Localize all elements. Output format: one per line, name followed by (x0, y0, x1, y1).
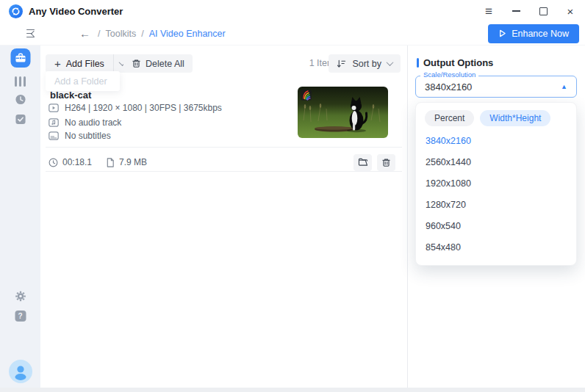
breadcrumb: / Toolkits / AI Video Enhancer (98, 29, 226, 39)
task-check-icon (15, 114, 26, 125)
output-options-panel: Output Options Scale/Resolution 3840x216… (407, 46, 585, 388)
sort-by-button[interactable]: Sort by (329, 54, 401, 73)
sort-by-label: Sort by (352, 59, 381, 69)
resolution-option[interactable]: 1920x1080 (416, 173, 576, 195)
file-size: 7.9 MB (119, 157, 147, 167)
output-options-header: Output Options (417, 57, 493, 68)
question-mark-icon: ? (18, 312, 22, 320)
add-files-dropdown-menu: Add a Folder (46, 71, 120, 91)
resolution-option[interactable]: 854x480 (416, 237, 576, 258)
sidebar-item-settings[interactable] (15, 291, 26, 302)
minimize-icon[interactable] (510, 5, 522, 17)
scale-mode-tab[interactable]: Percent (425, 110, 474, 126)
enhance-now-button[interactable]: Enhance Now (488, 24, 579, 43)
file-icon (106, 158, 115, 167)
subtitle-info: No subtitles (65, 131, 111, 141)
clock-icon (49, 158, 58, 167)
open-folder-button[interactable] (353, 154, 372, 171)
sidebar-item-toolbox[interactable] (10, 48, 30, 68)
scale-mode-tab[interactable]: Width*Height (480, 110, 550, 126)
resolution-option[interactable]: 960x540 (416, 216, 576, 237)
caret-up-icon: ▲ (561, 83, 567, 90)
ai-enhance-badge-icon (301, 90, 312, 101)
delete-all-label: Delete All (146, 59, 184, 69)
breadcrumb-current: AI Video Enhancer (149, 29, 226, 39)
resolution-option[interactable]: 640x360 (416, 258, 576, 266)
window-bottom-edge (0, 388, 585, 392)
video-info-row: H264 | 1920 × 1080 | 30FPS | 3675kbps (49, 103, 222, 113)
trash-icon (132, 59, 141, 68)
delete-file-button[interactable] (377, 154, 395, 171)
output-options-title: Output Options (423, 57, 493, 68)
audio-track-icon (49, 118, 59, 127)
app-logo-icon (9, 4, 23, 18)
user-avatar[interactable] (9, 360, 32, 383)
folder-icon (358, 158, 368, 167)
size-info: 7.9 MB (106, 157, 147, 167)
add-files-button-group: + Add Files (46, 54, 132, 73)
file-name: black-cat (50, 90, 91, 101)
cat-thumbnail-image (298, 87, 388, 138)
breadcrumb-toolkits[interactable]: Toolkits (105, 29, 136, 39)
resolution-dropdown: PercentWidth*Height 3840x21602560x144019… (415, 102, 577, 266)
app-window: Any Video Converter ≡ × ← / Toolkits / A… (0, 0, 585, 392)
sidebar-item-queue[interactable] (15, 76, 26, 87)
app-title: Any Video Converter (29, 6, 123, 17)
clock-icon (15, 94, 26, 105)
scale-resolution-label: Scale/Resolution (420, 70, 478, 79)
video-track-icon (49, 104, 59, 112)
close-icon[interactable]: × (564, 5, 576, 17)
file-footer-row: 00:18.1 7.9 MB (49, 153, 395, 172)
resolution-option[interactable]: 3840x2160 (416, 131, 576, 152)
duration-info: 00:18.1 (49, 157, 92, 167)
sub-header: ← / Toolkits / AI Video Enhancer Enhance… (0, 22, 585, 46)
sort-icon (337, 59, 346, 68)
scale-resolution-select[interactable]: 3840x2160 ▲ (415, 76, 577, 98)
sidebar: ? (0, 46, 40, 388)
trash-icon (381, 158, 391, 167)
collapse-sidebar-icon[interactable] (24, 29, 36, 39)
add-files-button[interactable]: + Add Files (46, 54, 113, 73)
add-folder-menu-item[interactable]: Add a Folder (54, 76, 107, 87)
add-files-label: Add Files (66, 59, 104, 69)
chevron-down-icon (387, 59, 394, 66)
play-icon (498, 29, 506, 37)
sidebar-item-help[interactable]: ? (15, 311, 26, 322)
subtitle-track-icon (49, 131, 59, 140)
delete-all-button[interactable]: Delete All (123, 54, 193, 73)
resolution-list: 3840x21602560x14401920x10801280x720960x5… (416, 131, 576, 266)
breadcrumb-separator: / (141, 29, 143, 39)
video-thumbnail[interactable] (298, 87, 388, 138)
sidebar-item-history[interactable] (15, 94, 26, 105)
main-panel: + Add Files Delete All 1 Item(s) (40, 46, 407, 388)
toolbox-icon (15, 53, 26, 63)
window-controls: ≡ × (483, 5, 576, 17)
subtitle-info-row: No subtitles (49, 131, 111, 141)
sidebar-item-tasks[interactable] (15, 114, 26, 125)
queue-bars-icon (15, 76, 17, 87)
file-duration: 00:18.1 (62, 157, 92, 167)
scale-mode-tabs: PercentWidth*Height (416, 103, 576, 131)
scale-resolution-value: 3840x2160 (425, 81, 472, 92)
maximize-icon[interactable] (537, 5, 549, 17)
titlebar: Any Video Converter ≡ × (0, 0, 585, 22)
menu-icon[interactable]: ≡ (483, 5, 495, 17)
plus-icon: + (54, 58, 61, 69)
audio-info-row: No audio track (49, 117, 121, 128)
card-divider (46, 171, 402, 172)
enhance-now-label: Enhance Now (512, 29, 569, 39)
resolution-option[interactable]: 2560x1440 (416, 152, 576, 173)
audio-info: No audio track (65, 117, 121, 128)
person-icon (9, 360, 32, 383)
video-info: H264 | 1920 × 1080 | 30FPS | 3675kbps (65, 103, 222, 113)
gear-icon (15, 291, 26, 302)
card-divider (46, 147, 402, 148)
accent-bar (417, 58, 419, 68)
breadcrumb-separator: / (98, 29, 100, 39)
resolution-option[interactable]: 1280x720 (416, 195, 576, 216)
back-arrow-icon[interactable]: ← (79, 28, 90, 39)
